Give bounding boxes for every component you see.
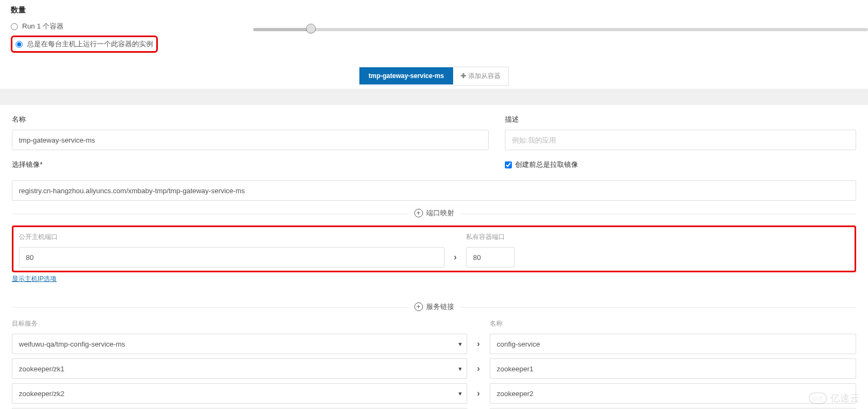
service-link-row: ▼› xyxy=(12,383,856,404)
service-arrow-icon: › xyxy=(474,389,483,398)
chevron-down-icon: ▼ xyxy=(457,366,463,372)
quantity-label-run1: Run 1 个容器 xyxy=(22,22,64,31)
watermark-text: 亿速云 xyxy=(830,392,859,405)
service-name-label: 名称 xyxy=(490,319,856,328)
image-input[interactable] xyxy=(12,180,856,201)
desc-input[interactable] xyxy=(505,130,856,150)
target-service-select[interactable] xyxy=(12,383,467,404)
tab-add-secondary[interactable]: ✚添加从容器 xyxy=(453,67,509,86)
watermark-logo-icon: ◎◎ xyxy=(809,392,827,404)
target-service-select[interactable] xyxy=(12,334,467,354)
plus-icon: ✚ xyxy=(461,72,466,80)
name-input[interactable] xyxy=(12,130,489,150)
service-link-row: ▼› xyxy=(12,334,856,354)
quantity-slider[interactable] xyxy=(253,25,868,36)
circle-plus-icon: + xyxy=(414,209,423,217)
service-link-row: ▼› xyxy=(12,358,856,379)
port-arrow-icon: › xyxy=(450,252,461,262)
port-mapping-highlight: 公开主机端口 私有容器端口 › xyxy=(12,225,856,272)
slider-track xyxy=(253,28,868,31)
chevron-down-icon: ▼ xyxy=(457,341,463,347)
service-link-divider-label: 服务链接 xyxy=(426,302,454,312)
quantity-option-always-row[interactable]: 总是在每台主机上运行一个此容器的实例 xyxy=(16,39,153,49)
container-port-label: 私有容器端口 xyxy=(466,232,515,242)
chevron-down-icon: ▼ xyxy=(457,391,463,397)
target-service-select[interactable] xyxy=(12,358,467,379)
tab-add-label: 添加从容器 xyxy=(468,72,501,80)
tab-active-service[interactable]: tmp-gateway-service-ms xyxy=(359,67,453,84)
section-gap xyxy=(0,89,868,105)
service-link-add[interactable]: + 服务链接 xyxy=(409,302,460,312)
watermark: ◎◎ 亿速云 xyxy=(809,392,859,405)
target-service-label: 目标服务 xyxy=(12,319,467,328)
service-name-input[interactable] xyxy=(490,358,856,379)
desc-label: 描述 xyxy=(505,115,856,124)
quantity-label-always: 总是在每台主机上运行一个此容器的实例 xyxy=(27,39,153,49)
host-port-input[interactable] xyxy=(19,247,445,267)
pull-image-checkbox[interactable] xyxy=(505,161,512,168)
host-port-label: 公开主机端口 xyxy=(19,232,445,242)
service-name-input[interactable] xyxy=(490,383,856,404)
image-label: 选择镜像* xyxy=(12,160,489,170)
quantity-heading: 数量 xyxy=(11,5,857,15)
pull-image-checkbox-row[interactable]: 创建前总是拉取镜像 xyxy=(505,160,856,170)
service-name-input[interactable] xyxy=(490,334,856,354)
service-arrow-icon: › xyxy=(474,364,483,373)
tab-bar: tmp-gateway-service-ms✚添加从容器 xyxy=(11,67,857,86)
circle-plus-icon: + xyxy=(414,302,423,311)
show-host-ip-link[interactable]: 显示主机IP选项 xyxy=(12,274,856,284)
pull-image-checkbox-label: 创建前总是拉取镜像 xyxy=(515,160,578,170)
port-mapping-divider: + 端口映射 xyxy=(12,208,856,219)
port-mapping-add[interactable]: + 端口映射 xyxy=(409,208,460,218)
service-arrow-icon: › xyxy=(474,339,483,349)
container-port-input[interactable] xyxy=(466,247,515,267)
quantity-option-always-highlight: 总是在每台主机上运行一个此容器的实例 xyxy=(11,36,158,53)
slider-thumb[interactable] xyxy=(306,24,316,33)
name-label: 名称 xyxy=(12,115,489,124)
quantity-radio-run1[interactable] xyxy=(11,23,18,30)
slider-filled xyxy=(253,28,310,31)
port-mapping-divider-label: 端口映射 xyxy=(426,208,454,218)
service-link-divider: + 服务链接 xyxy=(12,302,856,313)
quantity-radio-always[interactable] xyxy=(16,41,23,48)
